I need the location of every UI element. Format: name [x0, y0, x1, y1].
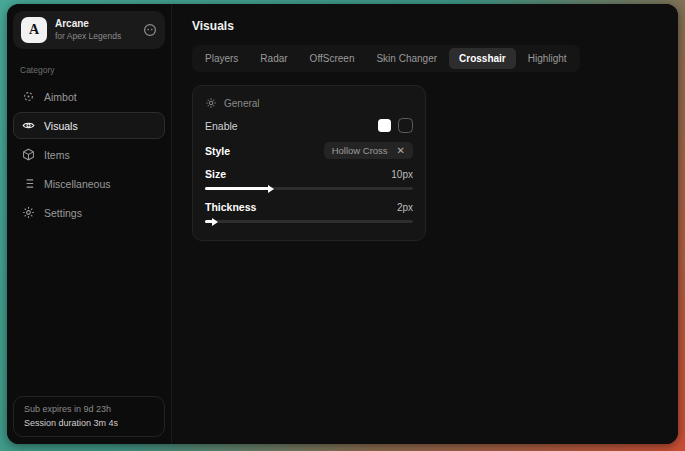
thickness-slider[interactable] [205, 220, 413, 223]
sidebar-item-settings[interactable]: Settings [13, 199, 165, 226]
style-select[interactable]: Hollow Cross ✕ [324, 142, 413, 159]
size-value: 10px [391, 169, 413, 180]
app-window: A Arcane for Apex Legends Category [7, 4, 678, 444]
sidebar-item-aimbot[interactable]: Aimbot [13, 83, 165, 110]
sidebar-item-visuals[interactable]: Visuals [13, 112, 165, 139]
style-label: Style [205, 145, 230, 157]
eye-icon [22, 119, 35, 132]
general-panel: General Enable Style Hollow Cross ✕ [192, 85, 426, 241]
enable-controls [378, 118, 413, 133]
sidebar-item-label: Settings [44, 207, 82, 219]
panel-header: General [205, 97, 413, 109]
app-subtitle: for Apex Legends [55, 32, 121, 41]
tab-skin-changer[interactable]: Skin Changer [366, 48, 447, 69]
enable-row: Enable [205, 118, 413, 133]
app-title: Arcane [55, 19, 121, 29]
sidebar-item-label: Aimbot [44, 91, 77, 103]
app-logo-text: Arcane for Apex Legends [55, 19, 121, 41]
tab-offscreen[interactable]: OffScreen [300, 48, 365, 69]
crosshair-icon [22, 90, 35, 103]
package-icon [22, 148, 35, 161]
size-row: Size 10px [205, 168, 413, 180]
size-slider[interactable] [205, 187, 413, 190]
size-label: Size [205, 168, 226, 180]
session-duration-text: Session duration 3m 4s [24, 419, 154, 428]
tab-crosshair[interactable]: Crosshair [449, 48, 516, 69]
sidebar: A Arcane for Apex Legends Category [7, 4, 172, 444]
tab-radar[interactable]: Radar [250, 48, 297, 69]
enable-checkbox[interactable] [398, 118, 413, 133]
remove-icon[interactable]: ✕ [397, 145, 405, 156]
enable-label: Enable [205, 120, 238, 132]
page-title: Visuals [192, 19, 658, 33]
sidebar-item-label: Visuals [44, 120, 78, 132]
size-slider-fill [205, 187, 269, 190]
sidebar-item-items[interactable]: Items [13, 141, 165, 168]
style-row: Style Hollow Cross ✕ [205, 142, 413, 159]
discord-icon[interactable] [143, 23, 157, 37]
app-logo: A [21, 17, 47, 43]
thickness-row: Thickness 2px [205, 201, 413, 213]
sidebar-item-miscellaneous[interactable]: Miscellaneous [13, 170, 165, 197]
thickness-value: 2px [397, 202, 413, 213]
sidebar-item-label: Items [44, 149, 70, 161]
thickness-slider-fill [205, 220, 213, 223]
general-settings-icon [205, 97, 217, 109]
style-value: Hollow Cross [332, 145, 388, 156]
tab-bar: Players Radar OffScreen Skin Changer Cro… [192, 45, 580, 72]
gear-icon [22, 206, 35, 219]
thickness-slider-thumb[interactable] [212, 218, 218, 226]
app-logo-card: A Arcane for Apex Legends [13, 11, 165, 49]
tab-players[interactable]: Players [195, 48, 248, 69]
sidebar-item-label: Miscellaneous [44, 178, 111, 190]
subscription-info: Sub expires in 9d 23h Session duration 3… [13, 396, 165, 437]
size-slider-thumb[interactable] [268, 185, 274, 193]
list-icon [22, 177, 35, 190]
sub-expires-text: Sub expires in 9d 23h [24, 405, 154, 414]
main-content: Visuals Players Radar OffScreen Skin Cha… [172, 4, 678, 444]
panel-header-label: General [224, 98, 260, 109]
tab-highlight[interactable]: Highlight [518, 48, 577, 69]
color-swatch[interactable] [378, 119, 391, 132]
thickness-label: Thickness [205, 201, 256, 213]
category-label: Category [20, 65, 158, 75]
desktop-background: { "window": { "sidebar": { "logo": { "le… [0, 0, 685, 451]
